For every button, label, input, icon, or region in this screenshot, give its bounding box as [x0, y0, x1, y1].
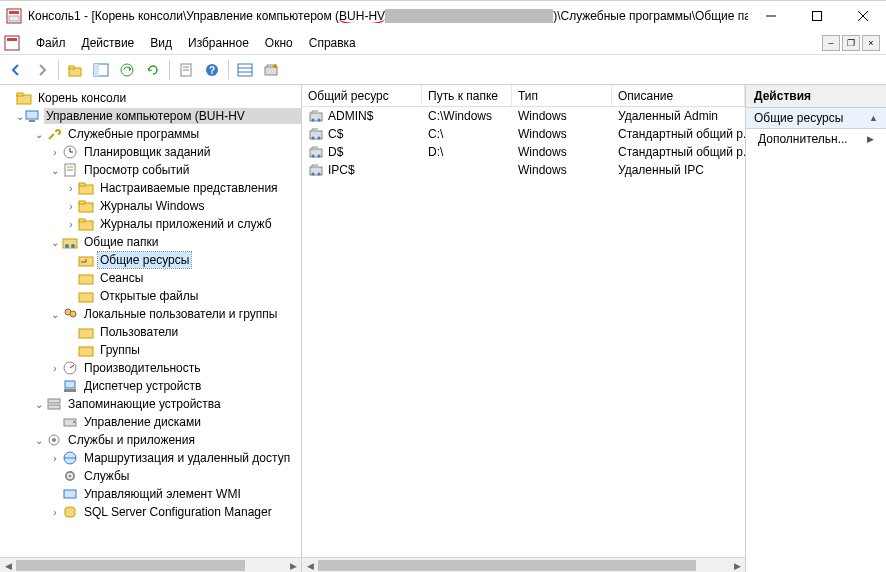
menu-window[interactable]: Окно: [257, 34, 301, 52]
actions-more[interactable]: Дополнительн... ▶: [746, 129, 886, 149]
expand-icon[interactable]: ›: [64, 183, 78, 194]
mdi-close-button[interactable]: ×: [862, 35, 880, 51]
folder-icon: [78, 198, 94, 214]
collapse-icon[interactable]: ⌄: [16, 111, 24, 122]
list-header: Общий ресурс Путь к папке Тип Описание: [302, 85, 745, 107]
tree-storage[interactable]: ⌄ Запоминающие устройства: [0, 395, 301, 413]
tree-openfiles[interactable]: Открытые файлы: [0, 287, 301, 305]
chevron-up-icon[interactable]: ▲: [869, 113, 878, 123]
tree-label: Службы и приложения: [66, 432, 197, 448]
properties-button[interactable]: [174, 58, 198, 82]
tree-sessions[interactable]: Сеансы: [0, 269, 301, 287]
back-button[interactable]: [4, 58, 28, 82]
mdi-minimize-button[interactable]: –: [822, 35, 840, 51]
content-area: Корень консоли ⌄ Управление компьютером …: [0, 85, 886, 572]
column-type[interactable]: Тип: [512, 85, 612, 106]
svg-rect-39: [79, 219, 85, 222]
up-button[interactable]: [63, 58, 87, 82]
tree-services[interactable]: Службы: [0, 467, 301, 485]
close-button[interactable]: [840, 1, 886, 31]
tree-perf[interactable]: › Производительность: [0, 359, 301, 377]
list-scrollbar-horizontal[interactable]: ◀ ▶: [302, 557, 745, 572]
column-share[interactable]: Общий ресурс: [302, 85, 422, 106]
tree-groups[interactable]: Группы: [0, 341, 301, 359]
tree-label: Общие папки: [82, 234, 160, 250]
view-list-button[interactable]: [233, 58, 257, 82]
collapse-icon[interactable]: ⌄: [48, 165, 62, 176]
cell-path: C:\: [422, 127, 512, 141]
event-icon: [62, 162, 78, 178]
collapse-icon[interactable]: ⌄: [48, 309, 62, 320]
tree-rras[interactable]: › Маршрутизация и удаленный доступ: [0, 449, 301, 467]
tree-compmgmt[interactable]: ⌄ Управление компьютером (BUH-HVXXXXXXX: [0, 107, 301, 125]
refresh-button[interactable]: [141, 58, 165, 82]
expand-icon[interactable]: ›: [48, 453, 62, 464]
expand-icon[interactable]: ›: [48, 147, 62, 158]
expand-icon[interactable]: ›: [48, 507, 62, 518]
expand-icon[interactable]: ›: [64, 219, 78, 230]
wmi-icon: [62, 486, 78, 502]
tree-services-apps[interactable]: ⌄ Службы и приложения: [0, 431, 301, 449]
show-hide-tree-button[interactable]: [89, 58, 113, 82]
svg-point-76: [318, 173, 321, 176]
column-desc[interactable]: Описание: [612, 85, 745, 106]
tree-scheduler[interactable]: › Планировщик заданий: [0, 143, 301, 161]
tree-users[interactable]: Пользователи: [0, 323, 301, 341]
export-button[interactable]: [115, 58, 139, 82]
list-row[interactable]: ADMIN$C:\WindowsWindowsУдаленный Admin: [302, 107, 745, 125]
collapse-icon[interactable]: ⌄: [32, 435, 46, 446]
window-title: Консоль1 - [Корень консоли\Управление ко…: [28, 9, 748, 23]
tree-winlogs[interactable]: › Журналы Windows: [0, 197, 301, 215]
collapse-icon[interactable]: ⌄: [32, 129, 46, 140]
collapse-icon[interactable]: ⌄: [32, 399, 46, 410]
collapse-icon[interactable]: ⌄: [48, 237, 62, 248]
actions-section[interactable]: Общие ресурсы ▲: [746, 108, 886, 129]
maximize-button[interactable]: [794, 1, 840, 31]
tree-eventviewer[interactable]: ⌄ Просмотр событий: [0, 161, 301, 179]
scroll-right-icon[interactable]: ▶: [729, 558, 745, 572]
tree-label: Журналы приложений и служб: [98, 216, 274, 232]
menu-action[interactable]: Действие: [74, 34, 143, 52]
svg-rect-44: [79, 275, 93, 284]
scroll-left-icon[interactable]: ◀: [0, 558, 16, 572]
tree-appsvclogs[interactable]: › Журналы приложений и служб: [0, 215, 301, 233]
scroll-left-icon[interactable]: ◀: [302, 558, 318, 572]
folder-icon: [16, 90, 32, 106]
svg-rect-35: [79, 183, 85, 186]
tree-pane[interactable]: Корень консоли ⌄ Управление компьютером …: [0, 85, 302, 572]
svg-point-62: [69, 475, 72, 478]
tree-devmgr[interactable]: Диспетчер устройств: [0, 377, 301, 395]
list-row[interactable]: D$D:\WindowsСтандартный общий р...: [302, 143, 745, 161]
tree-scrollbar-horizontal[interactable]: ◀ ▶: [0, 557, 301, 572]
tree-wmi[interactable]: Управляющий элемент WMI: [0, 485, 301, 503]
tree-sqlmgr[interactable]: › SQL Server Configuration Manager: [0, 503, 301, 521]
share-item-icon: [308, 108, 324, 124]
list-pane[interactable]: Общий ресурс Путь к папке Тип Описание A…: [302, 85, 746, 572]
help-button[interactable]: ?: [200, 58, 224, 82]
expand-icon[interactable]: ›: [64, 201, 78, 212]
menu-help[interactable]: Справка: [301, 34, 364, 52]
tree-root[interactable]: Корень консоли: [0, 89, 301, 107]
menu-view[interactable]: Вид: [142, 34, 180, 52]
titlebar: Консоль1 - [Корень консоли\Управление ко…: [0, 1, 886, 31]
menu-favorites[interactable]: Избранное: [180, 34, 257, 52]
mdi-restore-button[interactable]: ❐: [842, 35, 860, 51]
svg-point-23: [273, 64, 277, 68]
new-share-button[interactable]: [259, 58, 283, 82]
list-row[interactable]: IPC$WindowsУдаленный IPC: [302, 161, 745, 179]
tree-sharedfolders[interactable]: ⌄ Общие папки: [0, 233, 301, 251]
list-row[interactable]: C$C:\WindowsСтандартный общий р...: [302, 125, 745, 143]
tree-systools[interactable]: ⌄ Служебные программы: [0, 125, 301, 143]
minimize-button[interactable]: [748, 1, 794, 31]
tree-shares[interactable]: Общие ресурсы: [0, 251, 301, 269]
tree-label: Группы: [98, 342, 142, 358]
expand-icon[interactable]: ›: [48, 363, 62, 374]
tree-localusers[interactable]: ⌄ Локальные пользователи и группы: [0, 305, 301, 323]
scroll-right-icon[interactable]: ▶: [285, 558, 301, 572]
tree-label: Открытые файлы: [98, 288, 200, 304]
column-path[interactable]: Путь к папке: [422, 85, 512, 106]
menu-file[interactable]: Файл: [28, 34, 74, 52]
tree-customviews[interactable]: › Настраиваемые представления: [0, 179, 301, 197]
tree-diskmgmt[interactable]: Управление дисками: [0, 413, 301, 431]
forward-button[interactable]: [30, 58, 54, 82]
